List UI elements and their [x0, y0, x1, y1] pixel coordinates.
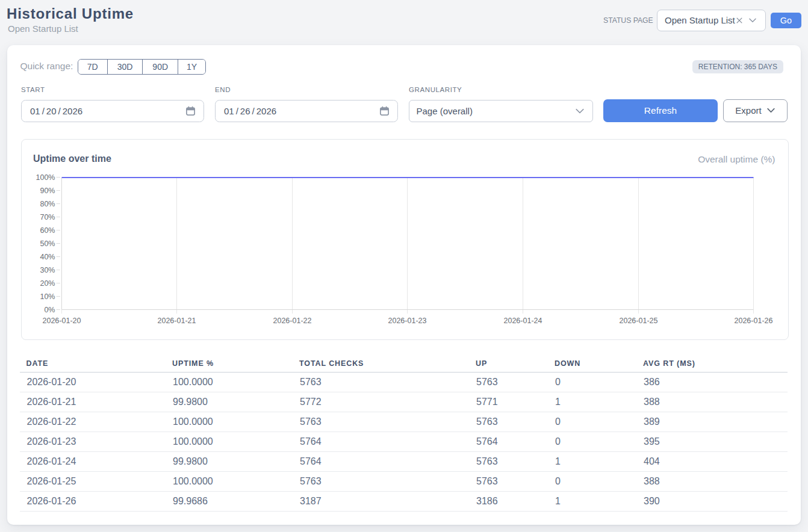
svg-text:100%: 100%	[36, 173, 55, 182]
svg-text:2026-01-23: 2026-01-23	[388, 317, 427, 325]
svg-text:20%: 20%	[40, 279, 55, 288]
svg-text:70%: 70%	[40, 213, 55, 221]
svg-text:60%: 60%	[40, 226, 55, 235]
svg-text:10%: 10%	[40, 292, 55, 301]
svg-text:2026-01-25: 2026-01-25	[620, 317, 658, 325]
svg-text:80%: 80%	[40, 200, 55, 208]
svg-text:2026-01-20: 2026-01-20	[43, 317, 81, 325]
svg-text:2026-01-22: 2026-01-22	[273, 317, 312, 325]
svg-text:90%: 90%	[40, 187, 55, 195]
svg-text:2026-01-24: 2026-01-24	[504, 317, 542, 325]
svg-text:50%: 50%	[40, 240, 55, 248]
svg-text:40%: 40%	[40, 253, 55, 261]
svg-text:2026-01-26: 2026-01-26	[735, 317, 773, 325]
svg-text:30%: 30%	[40, 266, 55, 274]
svg-text:2026-01-21: 2026-01-21	[158, 317, 196, 325]
svg-text:0%: 0%	[44, 306, 55, 314]
